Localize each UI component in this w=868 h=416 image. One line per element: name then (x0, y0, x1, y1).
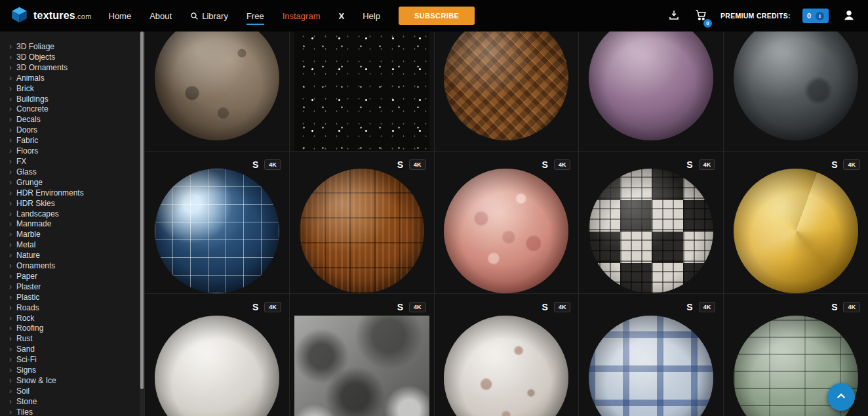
sidebar-item-stone[interactable]: ›Stone (9, 397, 144, 407)
sidebar-item-decals[interactable]: ›Decals (9, 115, 144, 125)
sidebar-item-roofing[interactable]: ›Roofing (9, 323, 144, 334)
nav-item-about[interactable]: About (149, 7, 172, 25)
substance-icon: S (542, 159, 548, 170)
scroll-to-top-button[interactable] (827, 383, 855, 411)
texture-tile-plaid-fabric[interactable]: S4K (579, 294, 724, 416)
texture-preview-purple-plaster (589, 31, 713, 140)
sidebar-item-landscapes[interactable]: ›Landscapes (9, 209, 144, 220)
sidebar-item-plaster[interactable]: ›Plaster (9, 282, 144, 293)
sidebar-item-rock[interactable]: ›Rock (9, 314, 144, 324)
sidebar-item-sand[interactable]: ›Sand (9, 344, 144, 355)
nav-item-free[interactable]: Free (247, 7, 264, 25)
sidebar-item-label: Soil (16, 386, 30, 397)
tile-badges: S4K (831, 302, 860, 312)
sidebar-item-signs[interactable]: ›Signs (9, 365, 144, 376)
chevron-right-icon: › (9, 230, 12, 240)
texture-row-middle: S4KS4KS4KS4KS4K (145, 152, 868, 294)
nav-item-x[interactable]: X (338, 7, 344, 25)
sidebar-item-tiles[interactable]: ›Tiles (9, 407, 144, 416)
texture-tile-solar-panel[interactable]: S4K (145, 152, 290, 294)
sidebar-item-nature[interactable]: ›Nature (9, 251, 144, 261)
sidebar-item-label: Snow & Ice (16, 376, 56, 386)
sidebar-scrollbar[interactable] (140, 31, 144, 416)
nav-item-help[interactable]: Help (363, 7, 380, 25)
sidebar-item-grunge[interactable]: ›Grunge (9, 178, 144, 188)
sidebar-item-3d-objects[interactable]: ›3D Objects (9, 52, 144, 63)
texture-tile-wood-parquet[interactable]: S4K (290, 152, 435, 294)
nav-item-instagram[interactable]: Instagram (283, 7, 321, 25)
texture-tile-dark-rock[interactable] (724, 31, 868, 152)
texture-tile-flesh-organic[interactable]: S4K (435, 152, 580, 294)
sidebar-item-glass[interactable]: ›Glass (9, 167, 144, 178)
download-button[interactable] (667, 8, 681, 24)
substance-icon: S (542, 302, 548, 312)
sidebar-item-roads[interactable]: ›Roads (9, 303, 144, 314)
subscribe-button[interactable]: SUBSCRIBE (399, 7, 475, 25)
chevron-right-icon: › (9, 199, 12, 209)
sidebar-item-animals[interactable]: ›Animals (9, 73, 144, 84)
texture-tile-gold-foil[interactable]: S4K (724, 152, 868, 294)
chevron-right-icon: › (9, 209, 12, 220)
cart-badge: 0 (703, 19, 712, 28)
chevron-up-icon (835, 390, 847, 404)
sidebar-item-label: Rust (16, 334, 33, 344)
resolution-badge: 4K (409, 159, 426, 170)
sidebar-item-paper[interactable]: ›Paper (9, 272, 144, 282)
sidebar-item-snow-ice[interactable]: ›Snow & Ice (9, 376, 144, 386)
chevron-right-icon: › (9, 94, 12, 105)
sidebar-item-hdr-skies[interactable]: ›HDR Skies (9, 199, 144, 209)
chevron-right-icon: › (9, 334, 12, 344)
cart-button[interactable]: 0 (693, 7, 709, 25)
sidebar-item-soil[interactable]: ›Soil (9, 386, 144, 397)
sidebar-item-doors[interactable]: ›Doors (9, 125, 144, 136)
nav-item-home[interactable]: Home (109, 7, 132, 25)
chevron-right-icon: › (9, 355, 12, 365)
sidebar-item-concrete[interactable]: ›Concrete (9, 104, 144, 115)
sidebar-item-rust[interactable]: ›Rust (9, 334, 144, 344)
chevron-right-icon: › (9, 272, 12, 282)
texture-tile-white-plaster[interactable]: S4K (145, 294, 290, 416)
texture-tile-night-snowfall[interactable] (290, 31, 435, 152)
credits-pill[interactable]: 0 i (802, 9, 829, 23)
texture-preview-gold-foil (734, 169, 858, 293)
sidebar-item-sci-fi[interactable]: ›Sci-Fi (9, 355, 144, 365)
sidebar-item-fx[interactable]: ›FX (9, 157, 144, 167)
brand[interactable]: textures.com (10, 6, 92, 26)
texture-tile-stained-plaster[interactable]: S4K (435, 294, 580, 416)
sidebar-item-label: Paper (16, 272, 37, 282)
sidebar-item-ornaments[interactable]: ›Ornaments (9, 261, 144, 272)
tile-badges: S4K (252, 159, 281, 170)
sidebar-item-hdr-environments[interactable]: ›HDR Environments (9, 188, 144, 199)
account-button[interactable] (840, 7, 858, 26)
chevron-right-icon: › (9, 63, 12, 73)
substance-icon: S (397, 159, 403, 170)
texture-tile-wood-herringbone[interactable] (435, 31, 580, 152)
tile-badges: S4K (686, 302, 715, 312)
texture-preview-wood-parquet (300, 169, 424, 293)
sidebar-item-3d-foliage[interactable]: ›3D Foliage (9, 42, 144, 52)
sidebar-item-fabric[interactable]: ›Fabric (9, 136, 144, 146)
logo-cube-icon (10, 6, 28, 26)
sidebar-item-brick[interactable]: ›Brick (9, 84, 144, 94)
nav-item-library[interactable]: Library (190, 7, 228, 25)
sidebar-item-label: Landscapes (16, 209, 59, 220)
texture-preview-solar-panel (155, 169, 279, 293)
texture-tile-cratered-moon-rock[interactable] (145, 31, 290, 152)
sidebar-item-manmade[interactable]: ›Manmade (9, 219, 144, 230)
chevron-right-icon: › (9, 323, 12, 334)
resolution-badge: 4K (843, 159, 860, 170)
sidebar-item-plastic[interactable]: ›Plastic (9, 293, 144, 303)
texture-tile-purple-plaster[interactable] (579, 31, 724, 152)
chevron-right-icon: › (9, 397, 12, 407)
texture-tile-grunge-concrete[interactable]: S4K (290, 294, 435, 416)
sidebar-item-floors[interactable]: ›Floors (9, 146, 144, 157)
texture-tile-geometric-key-tiles[interactable]: S4K (579, 152, 724, 294)
chevron-right-icon: › (9, 157, 12, 167)
sidebar-scrollbar-thumb[interactable] (140, 31, 144, 389)
sidebar-item-marble[interactable]: ›Marble (9, 230, 144, 240)
sidebar-item-buildings[interactable]: ›Buildings (9, 94, 144, 105)
chevron-right-icon: › (9, 167, 12, 178)
sidebar-item-3d-ornaments[interactable]: ›3D Ornaments (9, 63, 144, 73)
chevron-right-icon: › (9, 365, 12, 376)
sidebar-item-metal[interactable]: ›Metal (9, 240, 144, 251)
